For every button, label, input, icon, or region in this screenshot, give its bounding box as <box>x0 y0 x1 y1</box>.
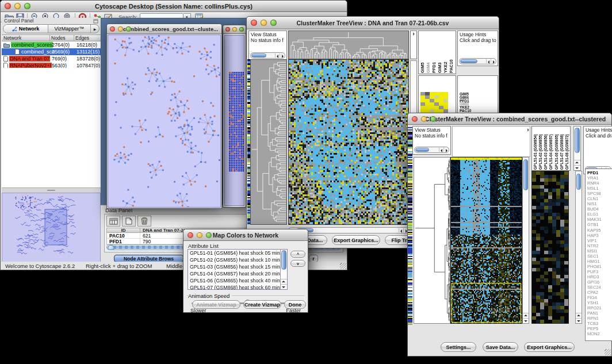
zoom-button[interactable] <box>430 116 436 122</box>
data-column-id[interactable]: ID <box>107 228 140 232</box>
gene-label[interactable]: SEC24 <box>587 285 612 290</box>
network2-grid-canvas[interactable] <box>229 72 244 172</box>
gene-label[interactable]: HRD3 <box>587 274 612 279</box>
close-button[interactable] <box>251 20 257 26</box>
treeview-dna-titlebar[interactable]: ClusterMaker TreeView : DNA and Tran 07-… <box>247 17 499 29</box>
dialog-titlebar[interactable]: Map Colors to Network <box>183 229 308 241</box>
gene-label[interactable]: CPA2 <box>587 290 612 295</box>
column-dendrogram[interactable] <box>288 30 409 59</box>
gene-label[interactable]: PUF3 <box>587 269 612 274</box>
column-label[interactable]: GIM4 <box>426 32 431 73</box>
minimize-button[interactable] <box>421 116 427 122</box>
column-label[interactable]: GPL51-08 (GSM872) <box>564 127 569 170</box>
delete-attribute-icon[interactable] <box>137 216 151 227</box>
gene-label[interactable]: BUD4 <box>587 206 612 212</box>
network-overview-panel[interactable] <box>2 193 101 263</box>
usage-hints-scrollbar[interactable] <box>459 58 496 64</box>
zoom-heatmap[interactable] <box>531 171 569 324</box>
close-button[interactable] <box>225 27 230 32</box>
view-status-scrollbar[interactable] <box>250 52 285 59</box>
view-status-scrollbar[interactable] <box>414 147 449 153</box>
gene-label[interactable]: PAC10 <box>458 109 498 113</box>
zoom-button[interactable] <box>126 26 131 32</box>
export-graphics-button[interactable]: Export Graphics... <box>524 342 575 352</box>
resize-grip[interactable] <box>340 263 346 269</box>
select-attributes-icon[interactable] <box>106 216 120 227</box>
column-label[interactable]: PFD1 <box>431 32 437 73</box>
treeview-combined-titlebar[interactable]: ClusterMaker TreeView : combined_scores_… <box>408 113 611 125</box>
attribute-item[interactable]: GPL51-02 (GSM855) heat shock 10 min <box>188 256 280 263</box>
column-label[interactable]: PAC10 <box>449 32 454 73</box>
attribute-listbox[interactable]: GPL51-01 (GSM854) heat shock 05 minGPL51… <box>188 249 288 290</box>
heatmap[interactable] <box>288 59 409 225</box>
move-down-button[interactable]: v <box>290 260 305 267</box>
column-label[interactable]: GPL51-02 (GSM855) <box>538 127 543 170</box>
gene-label[interactable]: YRA1 <box>587 175 612 181</box>
new-attribute-icon[interactable] <box>122 216 136 227</box>
tab-overflow-button[interactable]: ▶ <box>91 25 99 33</box>
close-button[interactable] <box>110 26 115 32</box>
zoom-button[interactable] <box>239 27 244 32</box>
network-titlebar[interactable]: combined_scores_good.txt--cluste... <box>107 24 221 34</box>
gene-label[interactable]: MAK31 <box>587 217 612 222</box>
network2-titlebar[interactable] <box>223 25 246 34</box>
zoom-button[interactable] <box>24 3 30 9</box>
gene-label[interactable]: MON2 <box>587 331 612 336</box>
heatmap[interactable] <box>450 157 522 324</box>
panel-splitter[interactable] <box>2 188 101 193</box>
minimize-button[interactable] <box>232 27 237 32</box>
gene-label[interactable]: MSI1 <box>587 248 612 254</box>
gene-label[interactable]: NTR2 <box>587 243 612 248</box>
gene-label[interactable]: RPN1 <box>587 316 612 321</box>
main-titlebar[interactable]: Cytoscape Desktop (Session Name: collins… <box>1 1 347 12</box>
resize-grip[interactable] <box>605 349 611 355</box>
gene-label[interactable]: HAP3 <box>587 233 612 238</box>
column-label[interactable]: GPL51-06 (GSM865) <box>554 127 559 170</box>
heatmap-vscrollbar[interactable] <box>522 157 529 324</box>
gene-label[interactable]: MSL1 <box>587 186 612 191</box>
done-button[interactable]: Done <box>284 300 306 309</box>
column-label[interactable]: GPL51-01 (GSM854) <box>533 127 538 170</box>
row-dendrogram[interactable] <box>414 157 450 324</box>
zoom-heatmap-vscrollbar[interactable] <box>575 171 582 324</box>
close-button[interactable] <box>188 232 193 238</box>
gene-label[interactable]: PFD1 <box>587 170 612 175</box>
gene-label[interactable]: PEP5 <box>587 326 612 331</box>
gene-label[interactable]: KAP95 <box>587 228 612 233</box>
column-label[interactable]: GIM3 <box>437 32 443 73</box>
settings-button[interactable]: Settings... <box>441 342 476 352</box>
attribute-item[interactable]: GPL51-07 (GSM868) heat shock 60 min <box>188 284 280 290</box>
gene-label[interactable]: RNR4 <box>587 181 612 186</box>
close-button[interactable] <box>5 3 11 9</box>
create-vizmap-button[interactable]: Create Vizmap <box>243 300 281 309</box>
network2-canvas-area[interactable] <box>224 35 244 206</box>
network-row[interactable]: DNA and Tran 07769(0)183728(0) <box>2 55 101 62</box>
minimize-button[interactable] <box>261 20 267 26</box>
gene-label[interactable]: TCB3 <box>587 321 612 326</box>
gene-label[interactable]: PAN1 <box>587 311 612 316</box>
gene-label[interactable]: ELG1 <box>587 212 612 217</box>
gene-label[interactable]: FIG4 <box>587 295 612 300</box>
gene-label[interactable]: SPC98 <box>587 191 612 196</box>
column-header-edges[interactable]: Edges <box>74 35 101 41</box>
move-up-button[interactable]: ^ <box>290 251 305 258</box>
attribute-list-vscrollbar[interactable] <box>280 250 287 289</box>
correlation-matrix[interactable] <box>420 92 448 113</box>
row-dendrogram[interactable] <box>250 59 287 225</box>
network-canvas[interactable] <box>108 35 221 208</box>
save-data-button[interactable]: Save Data... <box>483 342 518 352</box>
column-label[interactable]: GPL51-04 (GSM857) <box>548 127 553 170</box>
attribute-item[interactable]: GPL51-03 (GSM856) heat shock 15 min <box>188 263 280 270</box>
tab-network[interactable]: Network <box>3 25 48 33</box>
gene-label[interactable]: SEC1 <box>587 254 612 259</box>
minimize-button[interactable] <box>14 3 21 9</box>
gene-label[interactable]: CLN1 <box>587 196 612 201</box>
tab-vizmapper[interactable]: VizMapper™ <box>48 25 91 33</box>
column-header-network[interactable]: Network <box>2 35 50 41</box>
column-label[interactable]: GPL51-07 (GSM868) <box>559 127 564 170</box>
gene-label[interactable]: GTB1 <box>587 222 612 227</box>
column-label[interactable]: GIM5 <box>420 32 426 73</box>
close-button[interactable] <box>412 116 418 122</box>
gene-label[interactable]: YSH1 <box>587 300 612 305</box>
attribute-item[interactable]: GPL51-06 (GSM865) heat shock 40 min <box>188 277 280 284</box>
